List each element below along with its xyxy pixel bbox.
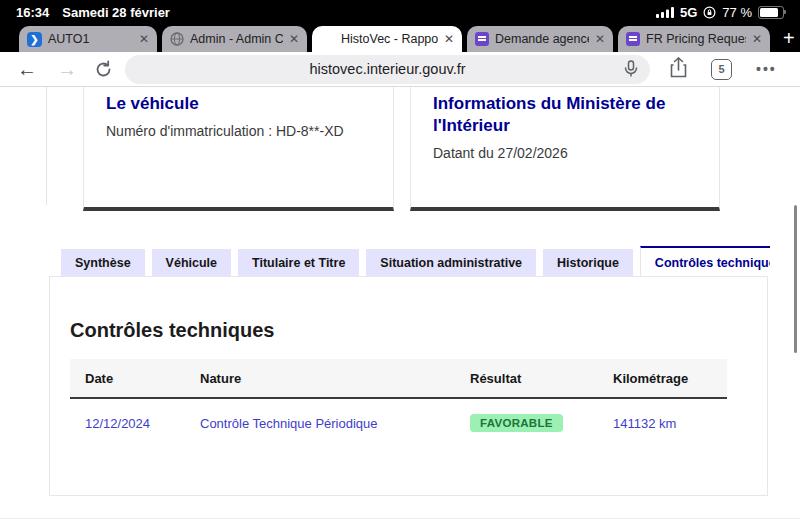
vehicle-card: Le véhicule Numéro d'immatriculation : H… (83, 87, 394, 211)
browser-tab-demande-agence[interactable]: Demande agence -> B ✕ (467, 26, 613, 52)
page-scrollbar[interactable] (794, 205, 797, 353)
status-badge-favorable: FAVORABLE (470, 414, 563, 432)
url-bar[interactable]: histovec.interieur.gouv.fr (125, 55, 650, 84)
network-type: 5G (680, 5, 697, 20)
close-tab-icon[interactable]: ✕ (752, 32, 762, 46)
status-date: Samedi 28 février (62, 5, 170, 20)
browser-tab-fr-pricing[interactable]: FR Pricing Requests ✕ (618, 26, 770, 52)
tab-switcher-button[interactable]: 5 (711, 59, 732, 80)
close-tab-icon[interactable]: ✕ (139, 32, 149, 46)
ipad-screen: 16:34 Samedi 28 février 5G 77 % ❯ AUTO1 … (0, 0, 800, 525)
close-tab-icon[interactable]: ✕ (444, 32, 454, 46)
browser-tab-title: Demande agence -> B (495, 32, 589, 46)
browser-tab-strip: ❯ AUTO1 ✕ Admin - Admin Center ✕ HistoVe… (0, 24, 800, 52)
browser-tab-title: AUTO1 (48, 32, 133, 46)
column-header-date: Date (70, 359, 200, 398)
table-row: 12/12/2024 Contrôle Technique Périodique… (70, 398, 727, 447)
column-header-resultat: Résultat (470, 359, 613, 398)
url-text: histovec.interieur.gouv.fr (309, 61, 465, 77)
browser-menu-button[interactable]: ••• (756, 61, 777, 77)
auto1-logo-icon: ❯ (27, 32, 42, 47)
tab-synthese[interactable]: Synthèse (61, 249, 145, 277)
status-bar: 16:34 Samedi 28 février 5G 77 % (0, 0, 800, 24)
inspection-kilometrage: 141132 km (613, 398, 727, 447)
browser-tab-title: Admin - Admin Center (190, 32, 283, 46)
purple-list-icon (475, 32, 489, 46)
tab-titulaire-et-titre[interactable]: Titulaire et Titre (238, 249, 359, 277)
tab-historique[interactable]: Historique (543, 249, 633, 277)
browser-tab-title: HistoVec - Rapport ve (341, 32, 438, 46)
close-tab-icon[interactable]: ✕ (595, 32, 605, 46)
globe-icon (170, 32, 184, 46)
forward-button[interactable]: → (54, 58, 80, 81)
ministry-card-title: Informations du Ministère de l'Intérieur (433, 93, 697, 137)
orientation-lock-icon (703, 6, 716, 19)
signal-strength-icon (656, 7, 674, 18)
browser-tab-title: FR Pricing Requests (646, 32, 746, 46)
browser-toolbar: ← → histovec.interieur.gouv.fr 5 ••• (0, 52, 800, 87)
microphone-icon[interactable] (624, 60, 638, 82)
controles-techniques-panel: Contrôles techniques Date Nature Résulta… (49, 276, 768, 496)
browser-tab-admin[interactable]: Admin - Admin Center ✕ (162, 26, 307, 52)
table-header-row: Date Nature Résultat Kilométrage (70, 359, 727, 398)
browser-tab-histovec-active[interactable]: HistoVec - Rapport ve ✕ (312, 26, 462, 52)
reload-button[interactable] (94, 60, 113, 79)
tab-situation-administrative[interactable]: Situation administrative (366, 249, 536, 277)
back-button[interactable]: ← (14, 58, 40, 81)
french-flag-icon (320, 34, 335, 44)
column-header-nature: Nature (200, 359, 470, 398)
inspection-date: 12/12/2024 (70, 398, 200, 447)
report-tabs-container: Synthèse Véhicule Titulaire et Titre Sit… (49, 244, 770, 277)
share-icon[interactable] (670, 57, 687, 82)
new-tab-button[interactable]: + (783, 25, 795, 51)
ministry-info-card: Informations du Ministère de l'Intérieur… (410, 87, 720, 211)
clock: 16:34 (16, 5, 49, 20)
battery-percent: 77 % (722, 5, 752, 20)
vehicle-card-title: Le véhicule (106, 93, 371, 115)
report-date: Datant du 27/02/2026 (433, 145, 697, 161)
section-title: Contrôles techniques (70, 319, 767, 342)
close-tab-icon[interactable]: ✕ (289, 32, 299, 46)
tab-controles-techniques[interactable]: Contrôles techniques (640, 246, 770, 277)
technical-inspections-table: Date Nature Résultat Kilométrage 12/12/2… (70, 359, 727, 447)
column-header-kilometrage: Kilométrage (613, 359, 727, 398)
tab-vehicule[interactable]: Véhicule (152, 249, 231, 277)
purple-list-icon (626, 32, 640, 46)
bottom-divider (0, 518, 800, 519)
inspection-nature: Contrôle Technique Périodique (200, 398, 470, 447)
previous-card-edge (46, 87, 47, 205)
registration-number: Numéro d'immatriculation : HD-8**-XD (106, 123, 371, 139)
browser-tab-auto1[interactable]: ❯ AUTO1 ✕ (19, 26, 157, 52)
histovec-page: Le véhicule Numéro d'immatriculation : H… (0, 87, 800, 525)
battery-icon (758, 6, 784, 19)
